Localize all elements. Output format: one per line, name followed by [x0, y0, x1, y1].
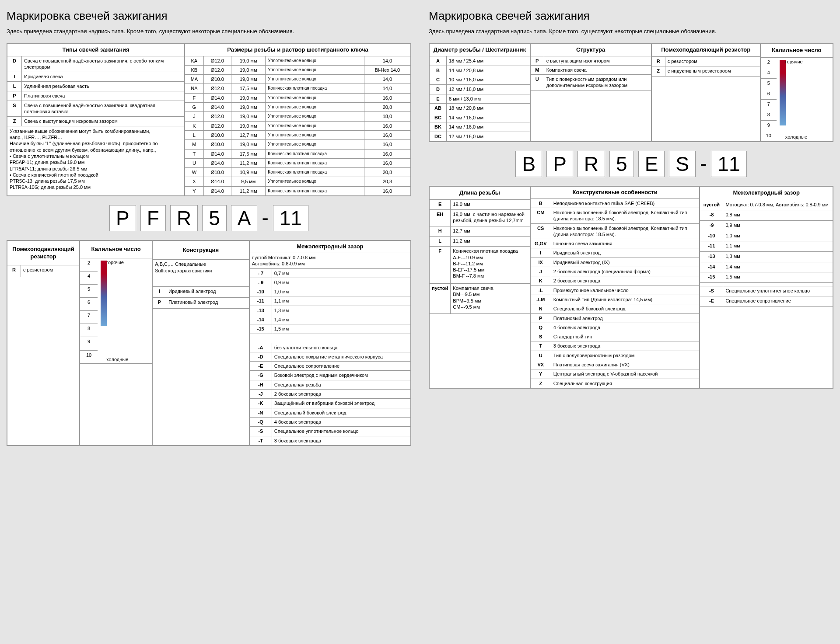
heat-hot: горячие: [785, 59, 803, 65]
resistor-table: Помехоподавляющий резистор Rс резистором: [7, 240, 80, 446]
heat-table: Калильное число 2 горячие холодные 45 67…: [760, 44, 833, 142]
code-right: BPR5ES-11: [429, 151, 833, 177]
length-table: Длина резьбы E19.0 ммEH19,0 мм, с частич…: [429, 186, 530, 388]
structure-table: Структура Pс выступающим изоляторомMКомп…: [530, 44, 651, 142]
feat-header: Конструктивные особенности: [530, 186, 700, 198]
heat-gradient-icon: [101, 261, 107, 326]
features-table: Конструктивные особенности BНеподвижная …: [530, 186, 700, 388]
thread-header: Размеры резьбы и раствор шестигранного к…: [185, 44, 411, 56]
struct-header: Структура: [530, 44, 651, 56]
heat-hot: горячие: [106, 259, 124, 265]
title: Маркировка свечей зажигания: [429, 9, 833, 24]
heat-header: Калильное число: [760, 44, 833, 57]
res-header: Помехоподавляющий резистор: [651, 44, 760, 56]
bottom-panel-right: Длина резьбы E19.0 ммEH19,0 мм, с частич…: [429, 186, 833, 389]
res-header: Помехоподавляющий резистор: [7, 241, 80, 265]
top-panel-right: Диаметр резьбы / Шестигранник A18 мм / 2…: [429, 43, 833, 142]
gap-table: Межэлектродный зазор пустойМотоцикл: 0.7…: [700, 186, 833, 388]
heat-table: Калильное число 2 горячие холодные 45 67…: [80, 240, 152, 446]
cons-header: Конструкция: [153, 241, 249, 260]
top-panel-left: Типы свечей зажигания DСвеча с повышенно…: [7, 43, 411, 196]
gap-header: Межэлектродный зазор: [700, 186, 833, 200]
heat-cold: холодные: [106, 356, 128, 362]
gap-header: Межэлектродный зазор: [249, 241, 410, 253]
bottom-panel-left: Помехоподавляющий резистор Rс резистором…: [7, 240, 411, 446]
dia-header: Диаметр резьбы / Шестигранник: [430, 44, 530, 56]
heat-cold: холодные: [785, 134, 807, 140]
types-note: Указанные выше обозначения могут быть ко…: [7, 126, 185, 195]
construction-table: Конструкция A,B,C,… Специальные Suffix к…: [152, 240, 249, 446]
left-column: Маркировка свечей зажигания Здесь привед…: [7, 9, 411, 446]
cons-note: A,B,C,… Специальные Suffix код характери…: [153, 260, 249, 287]
gap-table: Межэлектродный зазор пустой Мотоцикл: 0,…: [249, 240, 411, 446]
len-header: Длина резьбы: [430, 186, 530, 199]
heat-header: Калильное число: [80, 241, 152, 258]
code-left: PFR5A-11: [7, 205, 411, 231]
title: Маркировка свечей зажигания: [7, 9, 411, 24]
right-column: Маркировка свечей зажигания Здесь привед…: [429, 9, 833, 446]
diameter-table: Диаметр резьбы / Шестигранник A18 мм / 2…: [429, 44, 530, 142]
subtitle: Здесь приведена стандартная надпись типа…: [7, 28, 411, 35]
resistor-table: Помехоподавляющий резистор Rс резистором…: [651, 44, 760, 142]
subtitle: Здесь приведена стандартная надпись типа…: [429, 28, 833, 35]
types-table: Типы свечей зажигания DСвеча с повышенно…: [7, 44, 185, 196]
types-header: Типы свечей зажигания: [7, 44, 185, 56]
heat-gradient-icon: [780, 60, 786, 125]
gap-top-note: пустой Мотоцикл: 0,7-0.8 мм Автомобиль: …: [249, 253, 410, 268]
thread-table: Размеры резьбы и раствор шестигранного к…: [185, 44, 411, 196]
